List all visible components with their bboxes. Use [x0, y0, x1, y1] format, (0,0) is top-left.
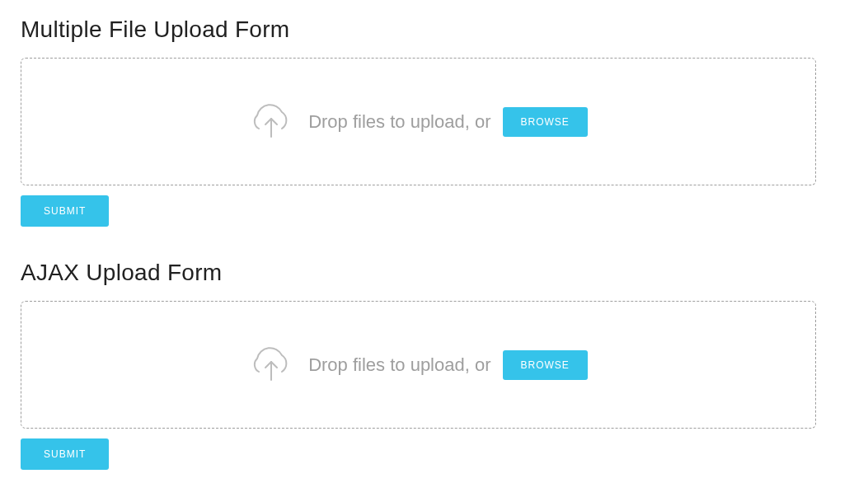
dropzone[interactable]: Drop files to upload, or BROWSE	[21, 58, 816, 185]
browse-button[interactable]: BROWSE	[503, 107, 588, 137]
browse-button[interactable]: BROWSE	[503, 350, 588, 380]
drop-row: Drop files to upload, or BROWSE	[308, 350, 588, 380]
ajax-upload-form: AJAX Upload Form Drop files to upload, o…	[21, 260, 847, 470]
multiple-file-upload-form: Multiple File Upload Form Drop files to …	[21, 16, 847, 227]
cloud-upload-icon	[249, 347, 293, 383]
dropzone[interactable]: Drop files to upload, or BROWSE	[21, 301, 816, 429]
submit-button[interactable]: SUBMIT	[21, 195, 109, 227]
drop-row: Drop files to upload, or BROWSE	[308, 107, 588, 137]
drop-text: Drop files to upload, or	[308, 354, 490, 376]
cloud-upload-icon	[249, 104, 293, 140]
submit-button[interactable]: SUBMIT	[21, 438, 109, 470]
drop-text: Drop files to upload, or	[308, 111, 490, 133]
form-title: AJAX Upload Form	[21, 260, 847, 286]
form-title: Multiple File Upload Form	[21, 16, 847, 43]
